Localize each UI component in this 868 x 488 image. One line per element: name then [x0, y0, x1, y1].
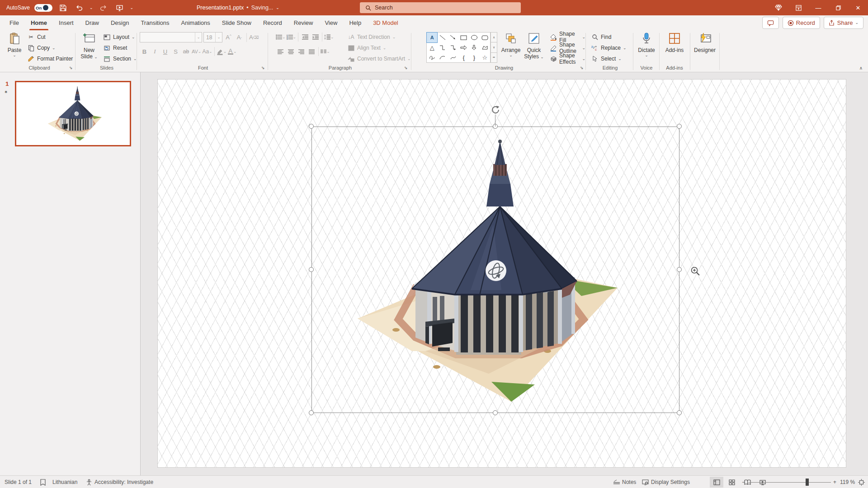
align-left-button[interactable] — [276, 47, 285, 56]
cut-button[interactable]: ✂ Cut — [27, 32, 73, 42]
find-button[interactable]: Find — [591, 32, 627, 42]
tab-record[interactable]: Record — [257, 15, 288, 30]
zoom-level[interactable]: 119 % — [840, 476, 855, 488]
shape-text-box-icon[interactable]: A — [427, 33, 437, 42]
document-title[interactable]: Presentation1.pptx • Saving... ⌄ — [197, 0, 279, 15]
language-button[interactable]: Lithuanian — [52, 476, 77, 488]
record-button[interactable]: Record — [783, 17, 820, 29]
increase-indent-button[interactable] — [311, 32, 320, 42]
tab-transitions[interactable]: Transitions — [135, 15, 175, 30]
shape-rounded-rectangle-icon[interactable] — [480, 33, 490, 42]
tab-help[interactable]: Help — [343, 15, 367, 30]
drawing-dialog-launcher-icon[interactable]: ⇘ — [580, 66, 584, 70]
shape-oval-icon[interactable] — [469, 33, 479, 42]
comments-button[interactable] — [762, 17, 779, 29]
highlight-color-button[interactable]: ⌄ — [217, 47, 227, 56]
tab-design[interactable]: Design — [105, 15, 135, 30]
resize-handle-top-left[interactable] — [309, 124, 314, 129]
shape-fill-button[interactable]: Shape Fill⌄ — [550, 32, 585, 42]
strikethrough-button[interactable]: ab — [181, 47, 191, 56]
align-text-button[interactable]: Align Text⌄ — [347, 42, 411, 53]
shape-arc-icon[interactable] — [437, 52, 448, 62]
shape-star-icon[interactable]: ☆ — [480, 52, 490, 62]
font-name-combobox[interactable]: ⌄ — [140, 32, 202, 42]
decrease-indent-button[interactable] — [300, 32, 310, 42]
collapse-ribbon-icon[interactable]: ∧ — [859, 66, 863, 70]
replace-button[interactable]: bc Replace⌄ — [591, 42, 627, 53]
dictate-button[interactable]: Dictate ⌄ — [636, 31, 657, 57]
layout-button[interactable]: Layout⌄ — [103, 32, 137, 42]
shape-effects-button[interactable]: Shape Effects⌄ — [550, 53, 585, 64]
shapes-scroll-up-icon[interactable]: ∧ — [491, 32, 497, 42]
bold-button[interactable]: B — [140, 47, 149, 56]
section-button[interactable]: Section⌄ — [103, 53, 137, 64]
new-slide-button[interactable]: New Slide ⌄ — [79, 31, 99, 60]
save-icon[interactable] — [57, 2, 69, 14]
tab-file[interactable]: File — [4, 15, 25, 30]
arrange-button[interactable]: Arrange ⌄ — [500, 31, 521, 57]
tab-animations[interactable]: Animations — [175, 15, 216, 30]
quick-access-customize-icon[interactable]: ⌄ — [130, 6, 134, 10]
text-direction-button[interactable]: ↓A Text Direction⌄ — [347, 32, 411, 42]
undo-dropdown-icon[interactable]: ⌄ — [90, 6, 93, 10]
font-name-dropdown-icon[interactable]: ⌄ — [195, 33, 202, 42]
add-ins-button[interactable]: Add-ins — [663, 31, 686, 53]
fit-slide-to-window-button[interactable] — [858, 476, 865, 488]
tab-view[interactable]: View — [319, 15, 343, 30]
autosave-toggle[interactable]: On — [34, 4, 52, 12]
slide-indicator[interactable]: Slide 1 of 1 — [5, 476, 32, 488]
ribbon-display-options-icon[interactable] — [788, 0, 808, 15]
minimize-button[interactable]: — — [808, 0, 828, 15]
redo-icon[interactable] — [98, 2, 109, 14]
font-size-dropdown-icon[interactable]: ⌄ — [215, 33, 222, 42]
resize-handle-bottom-center[interactable] — [493, 410, 498, 415]
rotate-handle-icon[interactable] — [491, 105, 500, 115]
text-shadow-button[interactable]: S — [171, 47, 180, 56]
character-spacing-button[interactable]: AV⌄ — [192, 47, 201, 56]
shape-line-icon[interactable] — [437, 33, 448, 42]
restore-button[interactable] — [828, 0, 848, 15]
font-size-combobox[interactable]: 18 ⌄ — [203, 32, 222, 42]
slide-canvas[interactable] — [157, 79, 846, 468]
resize-handle-middle-left[interactable] — [309, 267, 314, 272]
shape-outline-button[interactable]: Shape Outline⌄ — [550, 42, 585, 53]
columns-button[interactable]: ⌄ — [321, 47, 330, 56]
clear-formatting-button[interactable]: A⌫ — [249, 33, 259, 42]
normal-view-button[interactable] — [710, 477, 723, 488]
paste-button[interactable]: Paste ⌄ — [5, 31, 24, 57]
resize-handle-bottom-left[interactable] — [309, 410, 314, 415]
font-dialog-launcher-icon[interactable]: ⇘ — [261, 66, 265, 70]
zoom-slider-track[interactable] — [748, 482, 831, 483]
spell-check-button[interactable] — [40, 476, 46, 488]
shape-right-brace-icon[interactable]: } — [469, 52, 479, 62]
align-right-button[interactable] — [297, 47, 306, 56]
reset-button[interactable]: Reset — [103, 42, 137, 53]
justify-button[interactable] — [307, 47, 316, 56]
undo-icon[interactable] — [73, 2, 85, 14]
tab-review[interactable]: Review — [288, 15, 319, 30]
resize-handle-bottom-right[interactable] — [677, 410, 682, 415]
tab-3d-model[interactable]: 3D Model — [367, 15, 404, 30]
notes-button[interactable]: Notes — [613, 476, 636, 488]
tab-draw[interactable]: Draw — [80, 15, 105, 30]
change-case-button[interactable]: Aa⌄ — [202, 47, 212, 56]
convert-to-smartart-button[interactable]: Convert to SmartArt⌄ — [347, 53, 411, 64]
shape-elbow-arrow-connector-icon[interactable] — [448, 42, 458, 52]
shape-arrow-icon[interactable] — [448, 33, 458, 42]
tab-insert[interactable]: Insert — [53, 15, 80, 30]
zoom-out-button[interactable]: − — [742, 476, 745, 488]
display-settings-button[interactable]: Display Settings — [642, 476, 690, 488]
shape-rectangle-icon[interactable] — [458, 33, 469, 42]
zoom-in-button[interactable]: + — [833, 476, 836, 488]
shape-elbow-connector-icon[interactable] — [437, 42, 448, 52]
font-color-button[interactable]: A⌄ — [227, 47, 237, 56]
select-button[interactable]: Select⌄ — [591, 53, 627, 64]
slide-sorter-view-button[interactable] — [725, 477, 739, 488]
share-button[interactable]: Share ⌄ — [824, 17, 863, 29]
shape-right-arrow-icon[interactable] — [458, 42, 469, 52]
shape-freeform-icon[interactable] — [480, 42, 490, 52]
tab-home[interactable]: Home — [25, 15, 53, 30]
italic-button[interactable]: I — [150, 47, 160, 56]
decrease-font-size-button[interactable]: Aˇ — [235, 33, 244, 42]
shape-left-brace-icon[interactable]: { — [458, 52, 469, 62]
